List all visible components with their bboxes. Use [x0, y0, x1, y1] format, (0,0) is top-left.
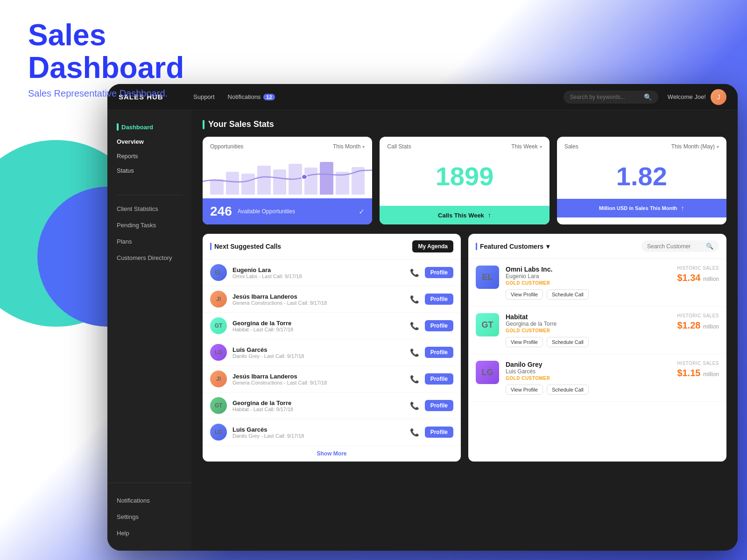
opp-footer: 246 Available Opportunities ✓ — [203, 198, 372, 224]
sidebar-item-overview[interactable]: Overview — [107, 134, 191, 149]
phone-icon[interactable]: 📞 — [410, 295, 419, 304]
sales-card: Sales This Month (May) ▾ 1.82 Million US… — [557, 137, 726, 224]
call-avatar: LG — [210, 424, 227, 441]
sidebar-item-dashboard[interactable]: Dashboard — [107, 119, 191, 134]
bar-item — [273, 169, 287, 195]
call-list-item: GT Georgina de la Torre Habitat - Last C… — [203, 392, 461, 419]
historic-sales-label: HISTORIC SALES — [677, 361, 719, 366]
call-list-item: GT Georgina de la Torre Habitat - Last C… — [203, 313, 461, 339]
customer-item: EL Omni Labs Inc. Eugenio Lara GOLD CUST… — [468, 259, 726, 307]
main-layout: Dashboard Overview Reports Status Client… — [107, 110, 738, 551]
amount-unit: million — [703, 323, 719, 330]
nav-notifications[interactable]: Notifications 12 — [228, 93, 275, 100]
global-search[interactable]: 🔍 — [564, 91, 658, 104]
view-profile-button[interactable]: View Profile — [506, 337, 543, 347]
arrow-up-icon: ↑ — [681, 204, 684, 212]
sidebar-item-notifications[interactable]: Notifications — [107, 492, 191, 509]
call-avatar: JI — [210, 371, 227, 387]
gold-badge: GOLD CUSTOMER — [506, 280, 670, 286]
customer-info: Habitat Georgina de la Torre GOLD CUSTOM… — [506, 313, 670, 347]
view-profile-button[interactable]: View Profile — [506, 289, 543, 300]
sidebar-item-status[interactable]: Status — [107, 163, 191, 178]
bar-item — [320, 162, 333, 195]
customer-amount: $1.34 million — [677, 273, 719, 283]
bar-item — [289, 164, 302, 195]
customer-actions: View Profile Schedule Call — [506, 385, 670, 395]
show-more-calls[interactable]: Show More — [203, 446, 461, 462]
customer-info: Omni Labs Inc. Eugenio Lara GOLD CUSTOME… — [506, 266, 670, 300]
schedule-call-button[interactable]: Schedule Call — [547, 337, 589, 347]
sales-number: 1.82 — [557, 154, 726, 199]
opp-chart — [203, 154, 372, 195]
profile-button[interactable]: Profile — [425, 373, 453, 385]
call-company: Genera Constructions - Last Call: 9/17/1… — [233, 380, 404, 385]
phone-icon[interactable]: 📞 — [410, 322, 419, 330]
customer-search-input[interactable] — [647, 243, 703, 250]
sidebar-item-help[interactable]: Help — [107, 525, 191, 541]
bar-item — [304, 168, 318, 195]
customer-person: Georgina de la Torre — [506, 321, 670, 327]
gold-badge: GOLD CUSTOMER — [506, 376, 670, 381]
profile-button[interactable]: Profile — [425, 267, 453, 278]
customers-panel-header: Featured Customers ▾ 🔍 — [468, 234, 726, 259]
call-list-item: LG Luis Garcés Danilo Grey - Last Call: … — [203, 339, 461, 366]
sidebar-item-client-statistics[interactable]: Client Statistics — [107, 201, 191, 217]
title-area: Sales Dashboard Sales Representative Das… — [28, 19, 184, 99]
historic-sales-label: HISTORIC SALES — [677, 313, 719, 318]
opp-bars — [203, 157, 372, 195]
profile-button[interactable]: Profile — [425, 294, 453, 305]
my-agenda-button[interactable]: My Agenda — [412, 240, 453, 252]
call-list-item: LG Luis Garcés Danilo Grey - Last Call: … — [203, 419, 461, 446]
sidebar-item-reports[interactable]: Reports — [107, 149, 191, 163]
arrow-up-icon: ↑ — [488, 211, 491, 219]
opp-period-selector[interactable]: This Month ▾ — [333, 143, 365, 150]
customer-item: LG Danilo Grey Luis Garcés GOLD CUSTOMER… — [468, 354, 726, 402]
customer-avatar: EL — [476, 266, 499, 289]
customer-list: EL Omni Labs Inc. Eugenio Lara GOLD CUST… — [468, 259, 726, 402]
call-person-name: Eugenio Lara — [233, 266, 404, 273]
opp-label: Opportunities — [210, 143, 243, 150]
view-profile-button[interactable]: View Profile — [506, 385, 543, 395]
schedule-call-button[interactable]: Schedule Call — [547, 385, 589, 395]
call-info: Luis Garcés Danilo Grey - Last Call: 9/1… — [233, 346, 404, 359]
phone-icon[interactable]: 📞 — [410, 401, 419, 410]
call-company: Danilo Grey - Last Call: 9/17/18 — [233, 353, 404, 359]
profile-button[interactable]: Profile — [425, 400, 453, 411]
customer-item: GT Habitat Georgina de la Torre GOLD CUS… — [468, 307, 726, 354]
opportunities-card: Opportunities This Month ▾ — [203, 137, 372, 224]
phone-icon[interactable]: 📞 — [410, 348, 419, 357]
sidebar-item-customers-directory[interactable]: Customers Directory — [107, 250, 191, 266]
search-input[interactable] — [570, 94, 640, 100]
profile-button[interactable]: Profile — [425, 320, 453, 331]
sidebar-item-plans[interactable]: Plans — [107, 233, 191, 250]
call-info: Georgina de la Torre Habitat - Last Call… — [233, 399, 404, 412]
sidebar-nav-section: Dashboard Overview Reports Status — [107, 119, 191, 178]
call-company: Habitat - Last Call: 9/17/18 — [233, 406, 404, 412]
phone-icon[interactable]: 📞 — [410, 428, 419, 437]
profile-button[interactable]: Profile — [425, 347, 453, 358]
sales-footer: Million USD in Sales This Month ↑ — [557, 199, 726, 217]
sales-period-selector[interactable]: This Month (May) ▾ — [671, 143, 719, 150]
top-nav: SALES HUB Support Notifications 12 🔍 Wel… — [107, 84, 738, 110]
customer-avatar: GT — [476, 313, 499, 336]
sidebar-item-pending-tasks[interactable]: Pending Tasks — [107, 217, 191, 233]
phone-icon[interactable]: 📞 — [410, 268, 419, 277]
profile-button[interactable]: Profile — [425, 427, 453, 438]
call-avatar: JI — [210, 291, 227, 308]
stats-row: Opportunities This Month ▾ — [203, 137, 726, 224]
call-person-name: Georgina de la Torre — [233, 399, 404, 406]
schedule-call-button[interactable]: Schedule Call — [547, 289, 589, 300]
call-footer-label: Calls This Week — [438, 212, 484, 219]
customer-search[interactable]: 🔍 — [641, 240, 719, 252]
call-company: Habitat - Last Call: 9/17/18 — [233, 327, 404, 332]
calls-panel-title: Next Suggested Calls — [210, 243, 281, 250]
sidebar-item-settings[interactable]: Settings — [107, 509, 191, 525]
content-area: Your Sales Stats Opportunities This Mont… — [191, 110, 738, 551]
nav-support[interactable]: Support — [193, 93, 215, 100]
sidebar: Dashboard Overview Reports Status Client… — [107, 110, 191, 551]
call-period-selector[interactable]: This Week ▾ — [511, 143, 542, 150]
tablet-device: SALES HUB Support Notifications 12 🔍 Wel… — [107, 84, 738, 551]
customer-sales: HISTORIC SALES $1.28 million — [677, 313, 719, 331]
phone-icon[interactable]: 📞 — [410, 375, 419, 384]
call-person-name: Jesús Ibarra Landeros — [233, 373, 404, 380]
